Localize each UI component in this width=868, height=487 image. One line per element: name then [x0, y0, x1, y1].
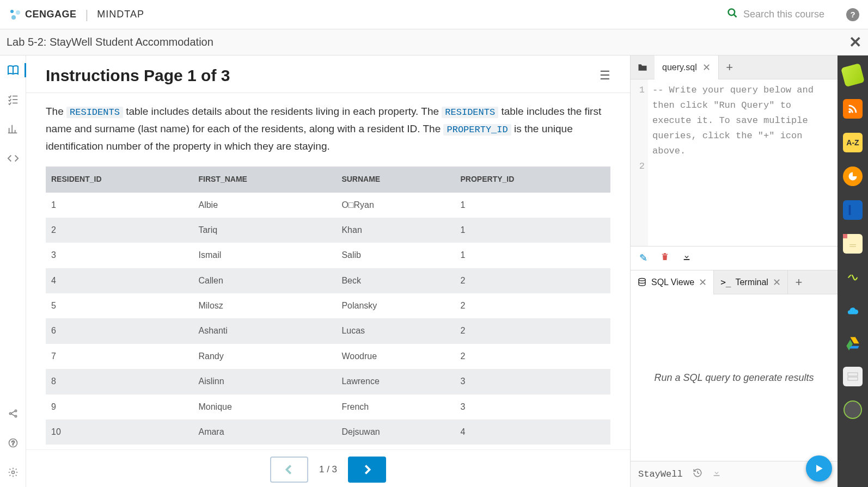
- table-row: 1AlbieO□Ryan1: [46, 193, 610, 218]
- table-row: 7RandyWoodrue2: [46, 344, 610, 369]
- svg-point-0: [10, 10, 14, 13]
- download-icon[interactable]: [682, 252, 691, 264]
- prev-page-button[interactable]: [270, 457, 308, 483]
- instructions-body: The RESIDENTS table includes details abo…: [26, 93, 630, 449]
- help-circle-icon[interactable]: ?: [6, 436, 20, 450]
- instruction-paragraph: The RESIDENTS table includes details abo…: [46, 103, 610, 155]
- svg-point-21: [639, 278, 645, 281]
- file-tab-bar: query.sql ✕ +: [631, 56, 838, 79]
- brand-cengage: CENGAGE: [25, 9, 77, 20]
- database-icon: [637, 278, 647, 287]
- table-row: 4CallenBeck2: [46, 268, 610, 293]
- folder-icon[interactable]: [631, 56, 655, 79]
- svg-point-13: [9, 412, 11, 414]
- svg-point-22: [848, 110, 851, 113]
- svg-rect-24: [849, 205, 851, 215]
- tab-terminal[interactable]: >_ Terminal ✕: [714, 270, 788, 294]
- highlighter-icon[interactable]: [841, 63, 865, 87]
- ebook-icon[interactable]: [843, 200, 863, 220]
- result-placeholder: Run a SQL query to generate results: [644, 372, 825, 384]
- code-icon[interactable]: [6, 151, 20, 165]
- search-placeholder: Search this course: [743, 9, 824, 20]
- download-icon[interactable]: [712, 468, 721, 480]
- trash-icon[interactable]: [661, 252, 669, 264]
- brand-divider: |: [85, 8, 89, 22]
- search-icon[interactable]: [727, 8, 738, 21]
- instructions-title: Instructions Page 1 of 3: [46, 66, 230, 85]
- close-tab-icon[interactable]: ✕: [773, 276, 781, 288]
- code-editor[interactable]: 12 -- Write your query below and then cl…: [631, 79, 838, 246]
- code-chip-residents: RESIDENTS: [66, 107, 123, 118]
- right-tool-rail: A-Z: [838, 56, 868, 487]
- table-row: 3IsmailSalib1: [46, 243, 610, 268]
- orange-circle-icon[interactable]: [843, 167, 863, 186]
- file-tab-label: query.sql: [662, 63, 697, 72]
- instructions-panel: Instructions Page 1 of 3 ☰ The RESIDENTS…: [26, 56, 631, 487]
- history-icon[interactable]: [693, 468, 702, 480]
- pager-text: 1 / 3: [319, 464, 337, 475]
- google-drive-icon[interactable]: [844, 335, 861, 353]
- residents-table: RESIDENT_IDFIRST_NAMESURNAMEPROPERTY_ID …: [46, 167, 610, 445]
- table-row: 5MiloszPolansky2: [46, 293, 610, 318]
- code-chip-residents: RESIDENTS: [442, 107, 498, 118]
- top-header: CENGAGE | MINDTAP Search this course ?: [0, 0, 868, 29]
- tab-label: SQL Viewe: [651, 278, 694, 287]
- pager: 1 / 3: [26, 449, 630, 487]
- brand-area: CENGAGE | MINDTAP: [9, 8, 144, 22]
- cengage-logo-icon: [9, 8, 22, 21]
- edit-icon[interactable]: ✎: [639, 252, 647, 264]
- svg-point-20: [11, 471, 14, 474]
- rss-icon[interactable]: [843, 99, 863, 119]
- tab-label: Terminal: [735, 278, 768, 287]
- table-row: 10AmaraDejsuwan4: [46, 420, 610, 445]
- close-icon[interactable]: ✕: [849, 33, 861, 51]
- svg-rect-27: [848, 373, 858, 376]
- help-icon[interactable]: ?: [846, 8, 859, 21]
- svg-text:?: ?: [11, 440, 14, 446]
- next-page-button[interactable]: [348, 457, 386, 483]
- svg-point-3: [728, 9, 735, 16]
- svg-point-1: [16, 10, 20, 15]
- table-row: 6AshantiLucas2: [46, 318, 610, 343]
- read-aloud-icon[interactable]: [843, 268, 863, 287]
- notes-icon[interactable]: [843, 234, 863, 254]
- left-nav-rail: ?: [0, 56, 26, 487]
- checklist-icon[interactable]: [6, 93, 20, 107]
- svg-line-16: [11, 411, 15, 413]
- code-chip-property-id: PROPERTY_ID: [443, 124, 511, 135]
- code-text[interactable]: -- Write your query below and then click…: [648, 79, 838, 246]
- flashcards-icon[interactable]: [843, 367, 863, 386]
- table-header: PROPERTY_ID: [455, 167, 610, 192]
- ide-panel: query.sql ✕ + 12 -- Write your query bel…: [631, 56, 838, 487]
- result-body: Run a SQL query to generate results: [631, 294, 838, 461]
- cengage-logo[interactable]: CENGAGE: [9, 8, 77, 21]
- table-header: FIRST_NAME: [193, 167, 336, 192]
- add-tab-button[interactable]: +: [719, 60, 741, 75]
- table-row: 2TariqKhan1: [46, 218, 610, 243]
- svg-line-17: [11, 414, 15, 416]
- share-icon[interactable]: [6, 406, 20, 421]
- svg-point-14: [15, 410, 16, 411]
- add-result-tab-button[interactable]: +: [788, 275, 810, 289]
- run-button[interactable]: [806, 455, 832, 482]
- table-row: 9MoniqueFrench3: [46, 394, 610, 420]
- file-tab-query[interactable]: query.sql ✕: [655, 56, 719, 79]
- lab-title-bar: Lab 5-2: StayWell Student Accommodation …: [0, 29, 868, 56]
- table-header: RESIDENT_ID: [46, 167, 193, 192]
- svg-rect-28: [848, 377, 858, 380]
- lab-title: Lab 5-2: StayWell Student Accommodation: [7, 36, 213, 48]
- tab-sql-viewer[interactable]: SQL Viewe ✕: [631, 270, 714, 294]
- glossary-icon[interactable]: A-Z: [843, 133, 863, 152]
- table-row: 8AislinnLawrence3: [46, 369, 610, 394]
- gear-icon[interactable]: [6, 465, 20, 479]
- hamburger-icon[interactable]: ☰: [600, 69, 610, 83]
- ide-footer: StayWell: [631, 461, 838, 487]
- chart-icon[interactable]: [6, 122, 20, 136]
- cloud-icon[interactable]: [843, 301, 863, 321]
- search-area[interactable]: Search this course: [727, 8, 824, 21]
- close-tab-icon[interactable]: ✕: [699, 276, 707, 288]
- book-icon[interactable]: [0, 63, 26, 77]
- result-tab-bar: SQL Viewe ✕ >_ Terminal ✕ +: [631, 270, 838, 294]
- avatar-icon[interactable]: [843, 400, 862, 419]
- close-tab-icon[interactable]: ✕: [702, 61, 711, 73]
